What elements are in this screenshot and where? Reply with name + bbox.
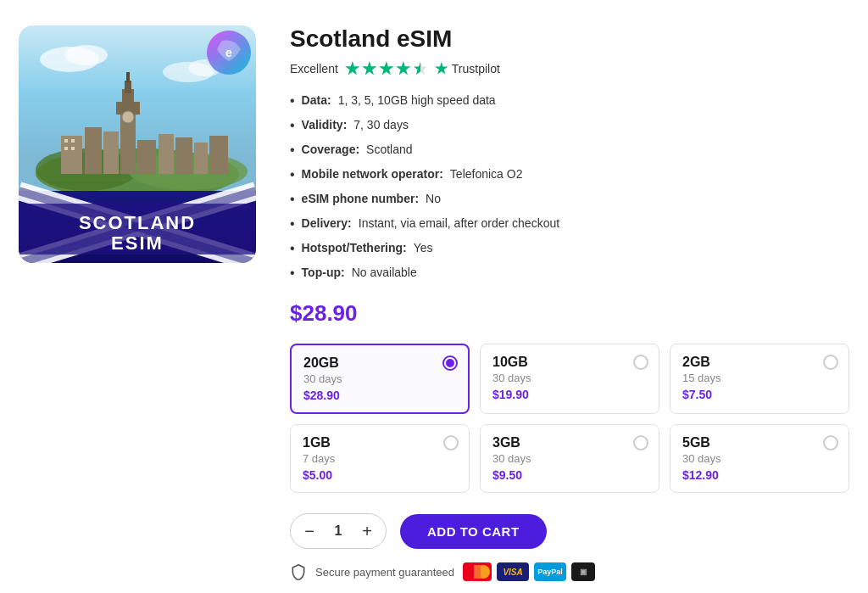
- svg-rect-25: [64, 147, 68, 150]
- spec-delivery: Delivery: Instant, via email, after orde…: [290, 215, 849, 234]
- plan-20gb-radio[interactable]: [442, 355, 458, 371]
- product-details: Scotland eSIM Excellent: [290, 25, 849, 581]
- spec-hotspot-value: Yes: [414, 239, 433, 257]
- plan-3gb-name: 3GB: [492, 435, 647, 450]
- plan-2gb-days: 15 days: [682, 372, 837, 384]
- cart-row: − 1 + ADD TO CART: [290, 513, 849, 549]
- plan-2gb-price: $7.50: [682, 388, 837, 401]
- plan-3gb-radio[interactable]: [633, 435, 648, 450]
- visa-icon: VISA: [497, 562, 529, 581]
- spec-validity-value: 7, 30 days: [353, 116, 409, 134]
- spec-hotspot: Hotspot/Tethering: Yes: [290, 239, 849, 259]
- svg-point-14: [122, 111, 134, 123]
- add-to-cart-button[interactable]: ADD TO CART: [400, 514, 547, 549]
- plan-20gb-price: $28.90: [303, 389, 456, 402]
- plan-1gb[interactable]: 1GB 7 days $5.00: [290, 424, 470, 493]
- plan-3gb-price: $9.50: [492, 468, 647, 482]
- star-2: [362, 61, 377, 76]
- spec-operator-label: Mobile network operator:: [302, 165, 443, 183]
- plan-2gb-radio[interactable]: [823, 355, 838, 370]
- spec-operator: Mobile network operator: Telefonica O2: [290, 165, 849, 185]
- plan-20gb-name: 20GB: [303, 355, 456, 371]
- plan-20gb[interactable]: 20GB 30 days $28.90: [290, 344, 470, 414]
- spec-data: Data: 1, 3, 5, 10GB high speed data: [290, 92, 849, 111]
- plan-10gb[interactable]: 10GB 30 days $19.90: [480, 344, 659, 414]
- svg-rect-13: [126, 72, 130, 82]
- plan-3gb-days: 30 days: [492, 452, 647, 465]
- plan-10gb-days: 30 days: [492, 372, 647, 384]
- svg-point-3: [65, 45, 108, 65]
- shield-icon: [290, 563, 307, 580]
- plan-5gb-price: $12.90: [682, 468, 837, 482]
- plan-5gb-radio[interactable]: [823, 435, 838, 450]
- star-4: [396, 61, 411, 76]
- svg-rect-26: [71, 147, 75, 150]
- spec-topup-label: Top-up:: [302, 264, 345, 282]
- product-title: Scotland eSIM: [290, 25, 849, 53]
- other-payment-icon: ▣: [571, 562, 595, 581]
- quantity-value: 1: [325, 523, 352, 539]
- plan-5gb-days: 30 days: [682, 452, 837, 465]
- plan-20gb-days: 30 days: [303, 372, 456, 385]
- svg-rect-16: [85, 127, 102, 174]
- spec-data-label: Data:: [302, 92, 331, 109]
- rating-label: Excellent: [290, 62, 338, 76]
- spec-coverage-label: Coverage:: [302, 141, 359, 159]
- svg-text:e: e: [225, 46, 232, 59]
- quantity-increase-button[interactable]: +: [352, 516, 382, 546]
- plan-5gb[interactable]: 5GB 30 days $12.90: [670, 424, 849, 493]
- plan-1gb-radio[interactable]: [443, 435, 459, 450]
- star-half-icon: [413, 61, 428, 76]
- plan-1gb-price: $5.00: [303, 468, 457, 482]
- paypal-icon: PayPal: [534, 562, 566, 581]
- spec-hotspot-label: Hotspot/Tethering:: [302, 239, 407, 257]
- svg-text:ESIM: ESIM: [111, 232, 164, 254]
- svg-rect-18: [137, 140, 156, 174]
- star-rating: [345, 61, 428, 76]
- spec-phone-value: No: [426, 190, 441, 208]
- plan-2gb[interactable]: 2GB 15 days $7.50: [670, 344, 849, 414]
- svg-rect-12: [125, 81, 131, 93]
- plan-5gb-name: 5GB: [682, 435, 837, 450]
- plan-10gb-radio[interactable]: [633, 355, 648, 370]
- svg-rect-21: [194, 143, 208, 174]
- rating-row: Excellent Trustpilo: [290, 61, 849, 76]
- spec-validity: Validity: 7, 30 days: [290, 116, 849, 136]
- spec-delivery-label: Delivery:: [302, 215, 352, 232]
- quantity-control: − 1 +: [290, 513, 387, 549]
- product-image: SCOTLAND ESIM e: [19, 25, 256, 263]
- plan-10gb-name: 10GB: [492, 355, 647, 370]
- quantity-decrease-button[interactable]: −: [294, 516, 325, 546]
- svg-rect-24: [71, 139, 75, 143]
- plan-2gb-name: 2GB: [682, 355, 837, 370]
- spec-topup: Top-up: No available: [290, 264, 849, 283]
- plan-1gb-days: 7 days: [303, 452, 457, 465]
- svg-rect-20: [175, 137, 192, 174]
- payment-icons: VISA PayPal ▣: [463, 562, 595, 581]
- svg-rect-17: [103, 131, 119, 174]
- star-1: [345, 61, 360, 76]
- svg-rect-23: [64, 139, 68, 143]
- secure-payment-label: Secure payment guaranteed: [315, 566, 454, 579]
- specs-list: Data: 1, 3, 5, 10GB high speed data Vali…: [290, 92, 849, 283]
- spec-topup-value: No available: [352, 264, 417, 282]
- spec-data-value: 1, 3, 5, 10GB high speed data: [338, 92, 496, 109]
- trustpilot-label: Trustpilot: [452, 62, 500, 76]
- product-image-wrapper: SCOTLAND ESIM e: [19, 25, 256, 581]
- spec-delivery-value: Instant, via email, after order checkout: [359, 215, 559, 232]
- svg-marker-37: [414, 62, 427, 75]
- product-page: SCOTLAND ESIM e Scotland eSIM Excellent: [19, 25, 849, 581]
- plan-1gb-name: 1GB: [303, 435, 457, 450]
- trustpilot-star-icon: [435, 62, 448, 76]
- plan-10gb-price: $19.90: [492, 388, 647, 401]
- spec-coverage-value: Scotland: [366, 141, 412, 159]
- svg-rect-22: [209, 136, 228, 174]
- svg-rect-19: [159, 134, 174, 174]
- mastercard-icon: [463, 562, 492, 581]
- spec-phone-label: eSIM phone number:: [302, 190, 419, 208]
- spec-validity-label: Validity:: [302, 116, 348, 134]
- trustpilot-badge: Trustpilot: [435, 62, 500, 76]
- plan-3gb[interactable]: 3GB 30 days $9.50: [480, 424, 659, 493]
- spec-phone: eSIM phone number: No: [290, 190, 849, 210]
- spec-operator-value: Telefonica O2: [450, 165, 523, 183]
